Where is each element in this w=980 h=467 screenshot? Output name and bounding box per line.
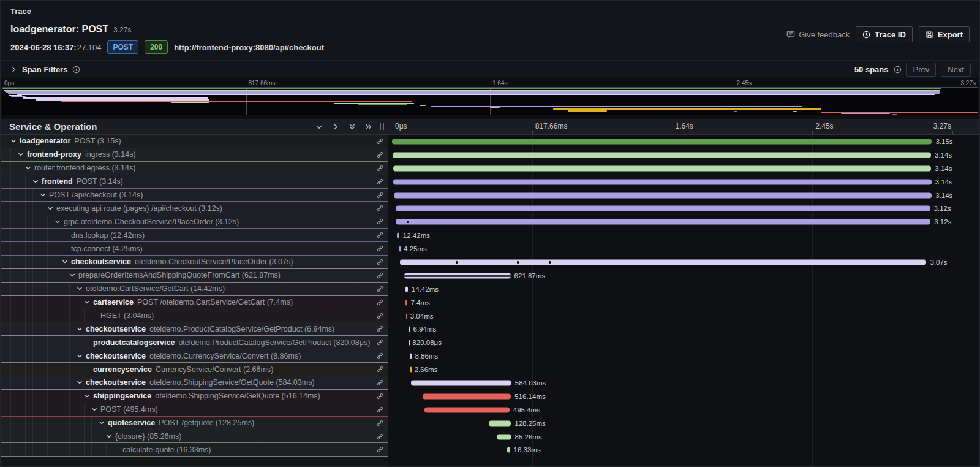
span-link-icon[interactable]	[371, 406, 384, 414]
span-row-label[interactable]: POST (495.4ms)	[1, 403, 388, 417]
span-bar[interactable]	[411, 380, 511, 385]
span-bar[interactable]	[424, 407, 510, 412]
span-link-icon[interactable]	[371, 191, 384, 199]
span-bar[interactable]	[410, 354, 411, 359]
collapse-chevron-icon[interactable]	[47, 205, 56, 211]
expand-all-icon[interactable]	[365, 123, 372, 131]
collapse-one-icon[interactable]	[315, 123, 323, 131]
span-link-icon[interactable]	[371, 245, 384, 252]
span-row-label[interactable]: currencyserviceCurrencyService/Convert (…	[1, 363, 388, 376]
span-bar[interactable]	[393, 179, 932, 184]
span-bar[interactable]	[405, 300, 407, 305]
span-bar[interactable]	[393, 152, 931, 158]
span-bar[interactable]	[507, 447, 510, 453]
info-icon[interactable]	[72, 66, 80, 74]
span-row-label[interactable]: dns.lookup (12.42ms)	[1, 229, 388, 242]
collapse-chevron-icon[interactable]	[84, 393, 93, 399]
collapse-chevron-icon[interactable]	[62, 259, 71, 265]
expand-one-icon[interactable]	[332, 123, 339, 131]
span-row-label[interactable]: frontend-proxyingress (3.14s)	[1, 148, 388, 162]
span-bar[interactable]	[406, 313, 407, 319]
span-row-label[interactable]: checkoutserviceoteldemo.CheckoutService/…	[1, 256, 388, 269]
collapse-chevron-icon[interactable]	[99, 420, 108, 426]
span-row-label[interactable]: checkoutserviceoteldemo.CurrencyService/…	[1, 349, 388, 363]
export-button[interactable]: Export	[919, 26, 970, 42]
collapse-chevron-icon[interactable]	[18, 151, 27, 158]
span-link-icon[interactable]	[371, 151, 384, 159]
span-link-icon[interactable]	[371, 352, 384, 360]
span-bar[interactable]	[393, 165, 932, 171]
span-row-label[interactable]: loadgeneratorPOST (3.15s)	[1, 135, 388, 148]
collapse-chevron-icon[interactable]	[55, 219, 64, 225]
span-bar[interactable]	[410, 367, 412, 373]
span-filters-toggle[interactable]: Span Filters	[10, 65, 80, 74]
span-link-icon[interactable]	[371, 365, 384, 373]
collapse-chevron-icon[interactable]	[77, 353, 86, 359]
span-link-icon[interactable]	[371, 204, 384, 212]
span-bar[interactable]	[396, 219, 930, 225]
span-link-icon[interactable]	[371, 258, 384, 266]
span-bar[interactable]	[489, 420, 511, 426]
span-row-label[interactable]: frontendPOST (3.14s)	[1, 175, 388, 189]
span-row-label[interactable]: router frontend egress (3.14s)	[1, 162, 388, 175]
span-row-label[interactable]: productcatalogserviceoteldemo.ProductCat…	[1, 336, 388, 349]
collapse-chevron-icon[interactable]	[77, 326, 86, 332]
span-row-label[interactable]: HGET (3.04ms)	[1, 309, 388, 323]
collapse-chevron-icon[interactable]	[25, 165, 34, 171]
span-bar[interactable]	[399, 246, 401, 252]
span-row-label[interactable]: POST /api/checkout (3.14s)	[1, 189, 388, 202]
collapse-chevron-icon[interactable]	[40, 192, 49, 198]
span-link-icon[interactable]	[371, 298, 384, 306]
span-link-icon[interactable]	[371, 379, 384, 387]
span-row-label[interactable]: prepareOrderItemsAndShippingQuoteFromCar…	[1, 269, 388, 283]
minimap-canvas[interactable]	[2, 87, 978, 115]
collapse-chevron-icon[interactable]	[77, 286, 86, 292]
span-row-label[interactable]: cartservicePOST /oteldemo.CartService/Ge…	[1, 296, 388, 309]
span-bar[interactable]	[397, 233, 399, 238]
trace-minimap[interactable]: 0μs817.66ms1.64s2.45s3.27s	[1, 78, 979, 119]
span-link-icon[interactable]	[371, 325, 384, 333]
span-row-label[interactable]: quoteservicePOST /getquote (128.25ms)	[1, 417, 388, 430]
span-bar[interactable]	[394, 192, 932, 198]
span-link-icon[interactable]	[371, 419, 384, 427]
collapse-chevron-icon[interactable]	[10, 138, 20, 144]
collapse-chevron-icon[interactable]	[32, 178, 42, 184]
info-icon[interactable]	[894, 66, 902, 74]
span-bar[interactable]	[409, 340, 410, 346]
span-bar[interactable]	[392, 139, 932, 144]
trace-id-button[interactable]: Trace ID	[856, 26, 913, 42]
span-bar[interactable]	[405, 286, 408, 292]
span-row-label[interactable]: {closure} (85.26ms)	[1, 430, 388, 444]
span-link-icon[interactable]	[371, 433, 384, 441]
span-bar[interactable]	[497, 434, 511, 439]
collapse-chevron-icon[interactable]	[84, 299, 93, 305]
span-bar[interactable]	[404, 273, 511, 278]
span-link-icon[interactable]	[371, 231, 384, 239]
span-row-label[interactable]: calculate-quote (16.33ms)	[1, 443, 388, 457]
span-row-label[interactable]: shippingserviceoteldemo.ShippingService/…	[1, 390, 388, 403]
collapse-chevron-icon[interactable]	[106, 433, 115, 439]
span-link-icon[interactable]	[371, 271, 384, 279]
span-link-icon[interactable]	[371, 164, 384, 172]
collapse-chevron-icon[interactable]	[69, 272, 78, 278]
span-bar[interactable]	[396, 206, 930, 211]
span-bar[interactable]	[423, 393, 511, 399]
collapse-all-icon[interactable]	[349, 123, 356, 131]
span-bar[interactable]	[409, 327, 410, 332]
next-button[interactable]: Next	[941, 63, 971, 77]
span-link-icon[interactable]	[371, 338, 384, 346]
collapse-chevron-icon[interactable]	[91, 406, 100, 412]
span-row-label[interactable]: oteldemo.CartService/GetCart (14.42ms)	[1, 283, 388, 296]
span-link-icon[interactable]	[371, 312, 384, 320]
span-link-icon[interactable]	[371, 178, 384, 186]
span-row-label[interactable]: tcp.connect (4.25ms)	[1, 242, 388, 256]
span-link-icon[interactable]	[371, 137, 384, 145]
span-link-icon[interactable]	[371, 446, 384, 454]
collapse-chevron-icon[interactable]	[77, 379, 86, 385]
span-row-label[interactable]: grpc.oteldemo.CheckoutService/PlaceOrder…	[1, 215, 388, 229]
span-link-icon[interactable]	[371, 218, 384, 226]
span-row-label[interactable]: checkoutserviceoteldemo.ShippingService/…	[1, 376, 388, 390]
span-bar[interactable]	[400, 259, 926, 265]
give-feedback-button[interactable]: Give feedback	[786, 30, 850, 39]
span-link-icon[interactable]	[371, 285, 384, 293]
